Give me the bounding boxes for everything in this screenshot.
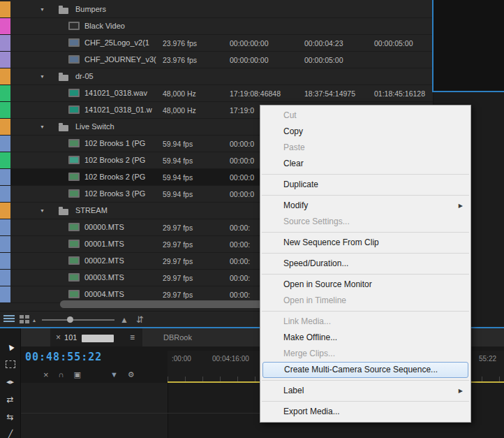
item-name[interactable]: 00000.MTS [84, 223, 124, 231]
label-color-swatch[interactable] [0, 253, 10, 269]
item-name[interactable]: 00001.MTS [84, 240, 124, 248]
slip-tool[interactable]: ⇆ [0, 408, 20, 425]
label-color-swatch[interactable] [0, 1, 10, 17]
label-color-swatch[interactable] [0, 203, 10, 219]
icon-view-icon[interactable] [20, 315, 29, 323]
menu-item-speed-duration[interactable]: Speed/Duration... ▶ [260, 256, 470, 272]
nest-toggle-icon[interactable]: × [43, 370, 49, 379]
label-color-swatch[interactable] [0, 169, 10, 185]
item-name[interactable]: 00004.MTS [84, 290, 124, 298]
menu-separator: ▶ [260, 251, 470, 256]
item-name[interactable]: Black Video [84, 22, 125, 30]
menu-item-clear[interactable]: Clear ▶ [260, 156, 470, 172]
label-color-swatch[interactable] [0, 136, 10, 152]
menu-separator: ▶ [260, 172, 470, 177]
sort-clips-icon[interactable]: ⇵ [136, 315, 144, 324]
menu-item-copy[interactable]: Copy ▶ [260, 124, 470, 140]
menu-item-open-in-timeline: Open in Timeline ▶ [260, 293, 470, 309]
tool-icon: ╱ [8, 430, 13, 438]
menu-item-export-media[interactable]: Export Media... ▶ [260, 404, 470, 420]
item-name[interactable]: 102 Brooks 2 (PG [84, 156, 145, 164]
item-name[interactable]: dr-05 [75, 72, 94, 80]
label-color-swatch[interactable] [0, 286, 10, 302]
playhead-timecode[interactable]: 00:48:55:22 [25, 351, 102, 363]
item-name[interactable]: 102 Brooks 3 (PG [84, 189, 145, 198]
zoom-slider[interactable] [42, 319, 114, 321]
item-name[interactable]: Bumpers [75, 5, 106, 13]
item-name[interactable]: 102 Brooks 2 (PG [84, 173, 145, 181]
menu-item-label: Speed/Duration... [283, 258, 348, 268]
row-bumpers[interactable]: ▼ Bumpers [0, 1, 433, 18]
tab-sequence-101[interactable]: ×101 [50, 328, 142, 346]
menu-item-modify[interactable]: Modify ▶ [260, 198, 470, 214]
selection-tool[interactable]: ▶ [0, 338, 20, 356]
pen-tool[interactable]: ╱ [0, 425, 20, 438]
linked-selection-icon[interactable]: ▣ [74, 371, 81, 379]
row-chf-25logo-v2-1[interactable]: ▼ CHF_25Logo_v2(1 23.976 fps 00:00:00:00… [0, 35, 433, 52]
menu-item-create-multi-camera-source-sequence[interactable]: Create Multi-Camera Source Sequence... ▶ [262, 362, 468, 378]
row-dr-05[interactable]: ▼ dr-05 [0, 68, 433, 85]
bin-folder-icon [59, 125, 68, 131]
menu-item-link-media: Link Media... ▶ [260, 314, 470, 330]
menu-item-duplicate[interactable]: Duplicate ▶ [260, 177, 470, 193]
menu-item-merge-clips: Merge Clips... ▶ [260, 346, 470, 362]
label-color-swatch[interactable] [0, 52, 10, 68]
menu-item-open-in-source-monitor[interactable]: Open in Source Monitor ▶ [260, 277, 470, 293]
zoom-out-icon[interactable]: ▴ [33, 318, 36, 323]
ruler-label: 55:22 [479, 355, 496, 363]
frame-rate-cell: 59.94 fps [163, 140, 193, 148]
label-color-swatch[interactable] [0, 186, 10, 202]
frame-rate-cell: 59.94 fps [163, 156, 193, 165]
track-select-tool[interactable] [0, 356, 20, 373]
item-name[interactable]: 00003.MTS [84, 273, 124, 282]
frame-rate-cell: 48,000 Hz [163, 89, 196, 98]
label-color-swatch[interactable] [0, 102, 10, 118]
label-color-swatch[interactable] [0, 152, 10, 168]
list-view-icon[interactable] [3, 315, 15, 323]
zoom-in-icon[interactable]: ▲ [120, 316, 128, 324]
label-color-swatch[interactable] [0, 68, 10, 85]
twirl-down-icon[interactable]: ▼ [40, 7, 45, 12]
clip-icon [68, 89, 80, 97]
rolling-edit-tool[interactable]: ⇄ [0, 390, 20, 408]
item-name[interactable]: 00002.MTS [84, 256, 124, 265]
label-color-swatch[interactable] [0, 219, 10, 235]
twirl-down-icon[interactable]: ▼ [40, 124, 45, 129]
twirl-down-icon[interactable]: ▼ [40, 208, 45, 213]
label-color-swatch[interactable] [0, 35, 10, 51]
label-color-swatch[interactable] [0, 18, 10, 34]
menu-item-new-sequence-from-clip[interactable]: New Sequence From Clip ▶ [260, 235, 470, 251]
label-color-swatch[interactable] [0, 85, 10, 101]
panel-focus-border-vertical [432, 0, 433, 92]
media-start-cell: 00:00:0 [230, 173, 254, 182]
row-black-video[interactable]: ▼ Black Video [0, 18, 433, 35]
item-name[interactable]: CHF_JOURNEY_v3( [84, 55, 156, 64]
item-name[interactable]: Live Switch [75, 122, 114, 131]
menu-item-label: Duplicate [283, 180, 318, 189]
label-color-swatch[interactable] [0, 236, 10, 252]
menu-item-cut: Cut ▶ [260, 108, 470, 124]
item-name[interactable]: 102 Brooks 1 (PG [84, 139, 145, 147]
display-settings-icon[interactable]: ⚙ [128, 371, 135, 379]
menu-item-make-offline[interactable]: Make Offline... ▶ [260, 330, 470, 346]
twirl-down-icon[interactable]: ▼ [40, 74, 45, 79]
add-marker-icon[interactable]: ▼ [110, 371, 118, 379]
item-name[interactable]: 141021_0318.wav [84, 89, 147, 97]
row-chf-journey-v3[interactable]: ▼ CHF_JOURNEY_v3( 23.976 fps 00:00:00:00… [0, 52, 433, 68]
ripple-edit-tool[interactable]: ◀▶ [0, 373, 20, 390]
tab-dbrook[interactable]: DBRook [158, 328, 221, 346]
menu-item-label[interactable]: Label ▶ [260, 383, 470, 399]
label-color-swatch[interactable] [0, 119, 10, 135]
snap-icon[interactable]: ∩ [59, 371, 64, 379]
zoom-slider-handle[interactable] [67, 316, 73, 323]
close-icon[interactable]: × [56, 333, 61, 342]
panel-menu-icon[interactable]: ≡ [130, 328, 135, 346]
context-menu: Cut ▶ Copy ▶ Paste ▶ Clear ▶ ▶ [260, 105, 471, 423]
item-name[interactable]: STREAM [75, 206, 108, 214]
item-name[interactable]: CHF_25Logo_v2(1 [84, 38, 149, 47]
item-name[interactable]: 141021_0318_01.w [84, 105, 152, 114]
row-141021-0318-wav[interactable]: ▼ 141021_0318.wav 48,000 Hz 17:19:08:468… [0, 85, 433, 102]
ruler-label: :00:00 [172, 355, 191, 363]
clip-icon [68, 38, 80, 47]
label-color-swatch[interactable] [0, 270, 10, 286]
